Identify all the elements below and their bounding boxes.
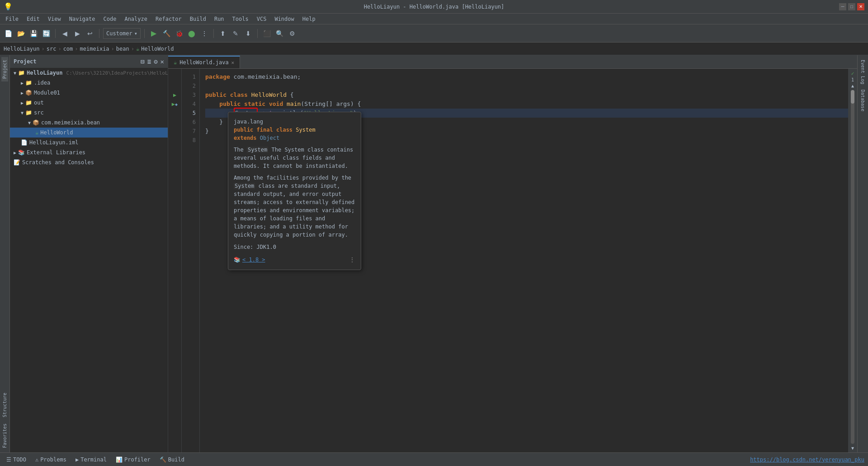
doc-kw-public: public	[234, 127, 253, 133]
breadcrumb-sep-5: ›	[131, 46, 134, 52]
line-numbers: 1 2 3 4 5 6 7 8	[182, 69, 200, 452]
doc-class-info: java.lang public final class System exte…	[234, 118, 355, 142]
iml-label: HelloLiayun.iml	[29, 139, 78, 146]
doc-system-inline-2: System	[234, 183, 255, 189]
terminal-tab[interactable]: ▶ Terminal	[73, 456, 109, 464]
main-content: Project Structure Favorites Project ⊟ ≡ …	[0, 55, 868, 452]
project-panel-title: Project	[14, 58, 37, 65]
open-button[interactable]: 📂	[15, 28, 26, 39]
scrollbar-thumb[interactable]	[851, 90, 854, 104]
menu-edit[interactable]: Edit	[23, 15, 43, 23]
tree-item-package[interactable]: ▼ 📦 com.meimeixia.bean	[10, 118, 168, 128]
problems-label: Problems	[40, 456, 66, 463]
run-with-coverage[interactable]: ⬤	[186, 28, 197, 39]
breadcrumb-project[interactable]: HelloLiayun	[4, 46, 39, 52]
profiler-tab[interactable]: 📊 Profiler	[113, 456, 153, 464]
favorites-tool-window[interactable]: Favorites	[1, 421, 8, 451]
menu-view[interactable]: View	[44, 15, 65, 23]
hide-panel-icon[interactable]: ≡	[147, 58, 151, 65]
new-project-button[interactable]: 📄	[3, 28, 14, 39]
menu-bar: File Edit View Navigate Code Analyze Ref…	[0, 14, 868, 24]
scroll-down-icon[interactable]: ▼	[851, 446, 854, 451]
doc-extends: extends Object	[234, 134, 355, 142]
menu-navigate[interactable]: Navigate	[66, 15, 99, 23]
vcs-push[interactable]: ⬇	[243, 28, 254, 39]
panel-settings-icon[interactable]: ⚙	[154, 58, 157, 65]
scratches-label: Scratches and Consoles	[22, 159, 94, 166]
src-folder-icon: 📁	[25, 109, 32, 116]
save-button[interactable]: 💾	[28, 28, 39, 39]
breadcrumb-helloworld[interactable]: HelloWorld	[141, 46, 174, 52]
code-editor[interactable]: ▶ ▶ ◆ 1 2 3 4 5 6 7 8	[168, 69, 857, 452]
run-class-icon[interactable]: ▶	[173, 92, 176, 98]
menu-file[interactable]: File	[2, 15, 22, 23]
doc-system-inline: System	[247, 147, 268, 153]
menu-refactor[interactable]: Refactor	[152, 15, 185, 23]
debug-button[interactable]: 🐞	[174, 28, 184, 39]
tree-item-scratches[interactable]: 📝 Scratches and Consoles	[10, 157, 168, 167]
menu-vcs[interactable]: VCS	[253, 15, 270, 23]
maximize-button[interactable]: □	[848, 3, 855, 10]
tree-item-ext-libs[interactable]: ▶ 📚 External Libraries	[10, 147, 168, 157]
scroll-up-icon[interactable]: ▲	[851, 83, 854, 88]
project-tool-window[interactable]: Project	[1, 57, 8, 81]
doc-more-button[interactable]: ⋮	[349, 255, 355, 264]
package-arrow-icon: ▼	[28, 120, 31, 125]
breadcrumb-com[interactable]: com	[63, 46, 73, 52]
separator-3	[144, 29, 145, 38]
menu-run[interactable]: Run	[211, 15, 228, 23]
structure-tool-window[interactable]: Structure	[1, 390, 8, 420]
tree-item-out[interactable]: ▶ 📁 out	[10, 98, 168, 108]
menu-tools[interactable]: Tools	[229, 15, 252, 23]
tree-item-module01[interactable]: ▶ 📦 Module01	[10, 88, 168, 98]
tree-item-iml[interactable]: 📄 HelloLiayun.iml	[10, 138, 168, 147]
build-tab[interactable]: 🔨 Build	[157, 456, 187, 464]
scrollbar-track[interactable]	[851, 90, 854, 444]
app-icon: 💡	[4, 2, 13, 11]
minimize-button[interactable]: ─	[839, 3, 846, 10]
project-path-label: C:\Users\32120\IdeaProjects\HelloLi	[66, 70, 168, 76]
tab-close-icon[interactable]: ✕	[231, 60, 235, 66]
doc-version-link[interactable]: < 1.8 >	[242, 255, 265, 264]
settings-button[interactable]: ⚙	[287, 28, 297, 39]
breadcrumb-java-icon: ☕	[136, 46, 139, 52]
event-log-tab[interactable]: Event Log	[859, 57, 866, 87]
todo-tab[interactable]: ☰ TODO	[4, 456, 29, 464]
more-run-btn[interactable]: ⋮	[199, 28, 210, 39]
recent-button[interactable]: ↩	[85, 28, 95, 39]
menu-analyze[interactable]: Analyze	[121, 15, 151, 23]
terminal-button[interactable]: ⬛	[261, 28, 272, 39]
gutter-line-8	[168, 136, 181, 145]
search-everywhere[interactable]: 🔍	[274, 28, 285, 39]
back-button[interactable]: ◀	[59, 28, 70, 39]
breadcrumb-meimeixia[interactable]: meimeixia	[80, 46, 109, 52]
editor-tab-helloworld[interactable]: ☕ HelloWorld.java ✕	[168, 56, 240, 68]
build-button[interactable]: 🔨	[161, 28, 172, 39]
vcs-update[interactable]: ⬆	[217, 28, 228, 39]
breadcrumb-src[interactable]: src	[47, 46, 57, 52]
run-button[interactable]: ▶	[148, 28, 159, 39]
tree-item-src[interactable]: ▼ 📁 src	[10, 108, 168, 118]
status-url[interactable]: https://blog.csdn.net/yerenyuan_pku	[750, 456, 864, 463]
sync-button[interactable]: 🔄	[41, 28, 52, 39]
run-main-icon[interactable]: ▶	[172, 101, 175, 107]
close-button[interactable]: ✕	[857, 3, 864, 10]
menu-help[interactable]: Help	[299, 15, 319, 23]
todo-icon: ☰	[6, 456, 11, 463]
menu-window[interactable]: Window	[271, 15, 297, 23]
tree-item-idea[interactable]: ▶ 📁 .idea	[10, 78, 168, 88]
forward-button[interactable]: ▶	[72, 28, 83, 39]
database-tab[interactable]: Database	[859, 87, 866, 114]
run-config-dropdown[interactable]: Customer ▾	[103, 28, 141, 39]
menu-code[interactable]: Code	[100, 15, 120, 23]
tree-item-helloworld[interactable]: ☕ HelloWorld	[10, 128, 168, 138]
collapse-all-icon[interactable]: ⊟	[141, 58, 144, 65]
vcs-commit[interactable]: ✎	[230, 28, 241, 39]
problems-tab[interactable]: ⚠ Problems	[33, 456, 69, 464]
breadcrumb-bean[interactable]: bean	[116, 46, 129, 52]
panel-close-icon[interactable]: ✕	[160, 58, 164, 65]
inspection-count: 1	[851, 77, 854, 82]
tree-item-helloliaun[interactable]: ▼ 📁 HelloLiayun C:\Users\32120\IdeaProje…	[10, 68, 168, 78]
code-content[interactable]: package com.meimeixia.bean; public class…	[200, 69, 848, 452]
menu-build[interactable]: Build	[186, 15, 210, 23]
